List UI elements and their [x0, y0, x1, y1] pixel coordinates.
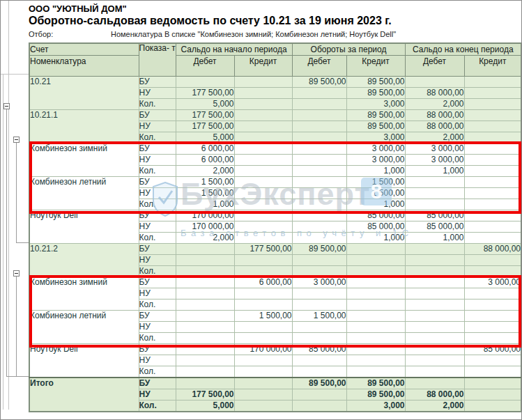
value-cell[interactable]: 177 500,00 — [176, 389, 234, 400]
value-cell[interactable] — [405, 255, 464, 266]
metric-cell[interactable]: БУ — [139, 177, 176, 188]
value-cell[interactable] — [464, 378, 521, 389]
value-cell[interactable]: 6 000,00 — [176, 155, 234, 166]
metric-cell[interactable]: НУ — [139, 288, 176, 300]
value-cell[interactable]: 2,000 — [405, 132, 464, 143]
value-cell[interactable]: 5,000 — [176, 132, 234, 143]
metric-cell[interactable]: БУ — [139, 77, 176, 88]
value-cell[interactable] — [464, 210, 521, 221]
value-cell[interactable] — [405, 344, 464, 355]
value-cell[interactable] — [292, 221, 346, 233]
value-cell[interactable] — [292, 322, 346, 333]
value-cell[interactable] — [405, 288, 464, 300]
value-cell[interactable]: 85 000,00 — [405, 221, 464, 233]
metric-cell[interactable]: НУ — [139, 255, 176, 266]
value-cell[interactable]: 88 000,00 — [405, 88, 464, 99]
value-cell[interactable]: 170 000,00 — [176, 210, 234, 221]
value-cell[interactable] — [346, 322, 405, 333]
value-cell[interactable]: 89 500,00 — [346, 378, 405, 389]
value-cell[interactable] — [464, 188, 521, 199]
value-cell[interactable] — [176, 288, 234, 300]
value-cell[interactable] — [292, 266, 346, 277]
value-cell[interactable]: 85 000,00 — [464, 344, 521, 355]
row-label[interactable]: 10.21.1 — [29, 110, 139, 143]
metric-cell[interactable]: НУ — [139, 121, 176, 132]
value-cell[interactable] — [464, 99, 521, 110]
value-cell[interactable] — [346, 366, 405, 378]
value-cell[interactable]: 1,000 — [176, 199, 234, 210]
value-cell[interactable] — [464, 199, 521, 210]
value-cell[interactable]: 88 000,00 — [405, 389, 464, 400]
value-cell[interactable]: 89 500,00 — [346, 389, 405, 400]
value-cell[interactable]: 1 500,00 — [346, 177, 405, 188]
value-cell[interactable] — [464, 266, 521, 277]
metric-cell[interactable]: Кол. — [139, 132, 176, 143]
metric-cell[interactable]: НУ — [139, 88, 176, 99]
value-cell[interactable] — [464, 300, 521, 311]
metric-cell[interactable]: Кол. — [139, 366, 176, 378]
value-cell[interactable] — [464, 143, 521, 155]
collapse-expander[interactable] — [3, 103, 10, 109]
value-cell[interactable] — [176, 333, 234, 344]
value-cell[interactable] — [464, 155, 521, 166]
value-cell[interactable] — [234, 333, 292, 344]
value-cell[interactable]: 2,000 — [405, 99, 464, 110]
value-cell[interactable]: 177 500,00 — [234, 244, 292, 255]
value-cell[interactable] — [405, 177, 464, 188]
value-cell[interactable] — [234, 355, 292, 366]
metric-cell[interactable]: НУ — [139, 389, 176, 400]
metric-cell[interactable]: БУ — [139, 378, 176, 389]
value-cell[interactable]: 1 500,00 — [176, 177, 234, 188]
value-cell[interactable] — [176, 355, 234, 366]
value-cell[interactable]: 89 500,00 — [292, 77, 346, 88]
value-cell[interactable] — [405, 244, 464, 255]
value-cell[interactable] — [292, 143, 346, 155]
value-cell[interactable] — [292, 155, 346, 166]
value-cell[interactable] — [292, 333, 346, 344]
value-cell[interactable] — [234, 288, 292, 300]
metric-cell[interactable]: Кол. — [139, 266, 176, 277]
value-cell[interactable] — [464, 110, 521, 121]
value-cell[interactable] — [464, 77, 521, 88]
row-label[interactable]: Комбинезон летний — [29, 311, 139, 344]
value-cell[interactable] — [405, 322, 464, 333]
value-cell[interactable]: 3 000,00 — [464, 277, 521, 288]
value-cell[interactable] — [405, 266, 464, 277]
value-cell[interactable]: 1 500,00 — [346, 188, 405, 199]
value-cell[interactable]: 3 000,00 — [405, 155, 464, 166]
value-cell[interactable]: 85 000,00 — [292, 344, 346, 355]
value-cell[interactable] — [346, 255, 405, 266]
metric-cell[interactable]: Кол. — [139, 333, 176, 344]
value-cell[interactable]: 3 000,00 — [292, 277, 346, 288]
value-cell[interactable] — [464, 255, 521, 266]
value-cell[interactable] — [405, 355, 464, 366]
row-label[interactable]: Ноутбук Dell — [29, 344, 139, 378]
row-label[interactable]: 10.21 — [29, 77, 139, 110]
value-cell[interactable] — [234, 378, 292, 389]
value-cell[interactable] — [405, 77, 464, 88]
value-cell[interactable] — [346, 288, 405, 300]
metric-cell[interactable]: Кол. — [139, 199, 176, 210]
value-cell[interactable] — [405, 300, 464, 311]
metric-cell[interactable]: Кол. — [139, 233, 176, 244]
value-cell[interactable] — [234, 210, 292, 221]
value-cell[interactable]: 170 000,00 — [234, 344, 292, 355]
row-label[interactable]: Комбинезон зимний — [29, 143, 139, 177]
value-cell[interactable] — [176, 277, 234, 288]
value-cell[interactable]: 177 500,00 — [176, 121, 234, 132]
value-cell[interactable] — [234, 400, 292, 412]
value-cell[interactable]: 1,000 — [346, 233, 405, 244]
value-cell[interactable]: 89 500,00 — [292, 378, 346, 389]
value-cell[interactable]: 170 000,00 — [176, 221, 234, 233]
value-cell[interactable] — [405, 366, 464, 378]
value-cell[interactable]: 89 500,00 — [292, 244, 346, 255]
value-cell[interactable] — [405, 199, 464, 210]
value-cell[interactable] — [464, 121, 521, 132]
value-cell[interactable] — [234, 366, 292, 378]
value-cell[interactable] — [464, 355, 521, 366]
metric-cell[interactable]: Кол. — [139, 400, 176, 412]
value-cell[interactable]: 89 500,00 — [346, 77, 405, 88]
value-cell[interactable] — [234, 221, 292, 233]
value-cell[interactable] — [292, 88, 346, 99]
value-cell[interactable]: 3 000,00 — [346, 155, 405, 166]
